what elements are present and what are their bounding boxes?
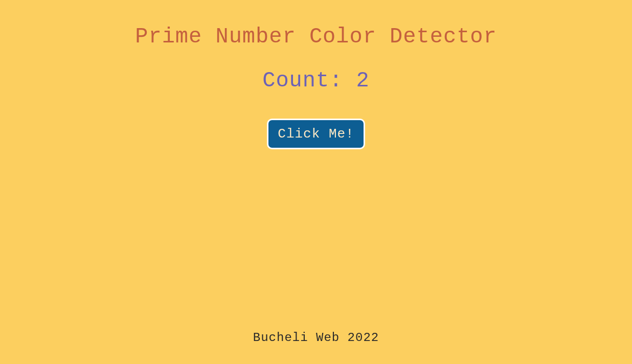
page-title: Prime Number Color Detector — [135, 25, 497, 49]
click-me-button[interactable]: Click Me! — [267, 119, 365, 149]
count-label: Count: — [262, 69, 356, 93]
count-display: Count: 2 — [262, 69, 370, 93]
count-value: 2 — [356, 69, 370, 93]
footer-text: Bucheli Web 2022 — [253, 331, 379, 345]
